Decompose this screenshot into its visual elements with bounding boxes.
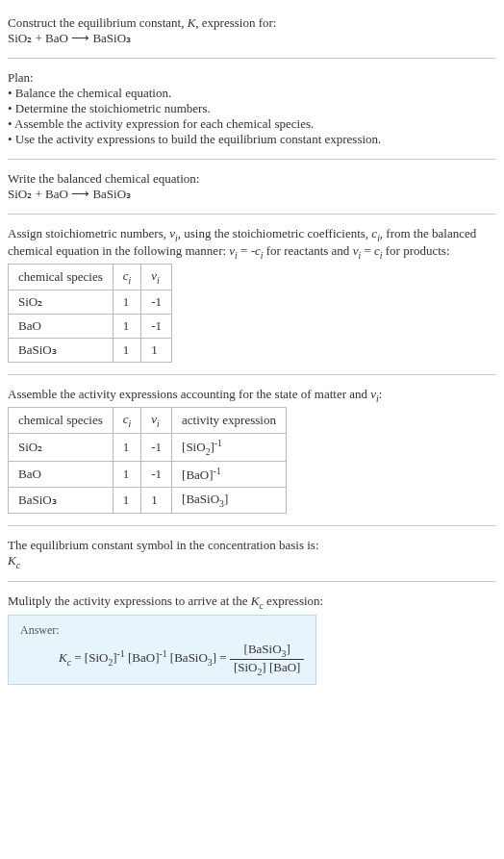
divider [8,58,496,59]
assign-section: Assign stoichiometric numbers, νi, using… [8,218,496,370]
plan-item: • Determine the stoichiometric numbers. [8,101,496,116]
col-c: ci [113,408,141,434]
cell-species: BaO [9,314,113,338]
cell-c: 1 [113,433,141,461]
table-header-row: chemical species ci νi [9,265,172,291]
intro-section: Construct the equilibrium constant, K, e… [8,8,496,54]
plan-item: • Use the activity expressions to build … [8,132,496,147]
col-species: chemical species [9,408,113,434]
col-species: chemical species [9,265,113,291]
divider [8,214,496,215]
cell-expr: [BaO]-1 [172,461,287,487]
divider [8,159,496,160]
cell-c: 1 [113,290,141,314]
col-v: νi [141,408,172,434]
assign-text: Assign stoichiometric numbers, νi, using… [8,226,496,260]
cell-v: -1 [141,433,172,461]
answer-box: Answer: Kc = [SiO2]-1 [BaO]-1 [BaSiO3] =… [8,615,316,685]
multiply-text: Mulitply the activity expressions to arr… [8,594,496,611]
divider [8,374,496,375]
cell-c: 1 [113,314,141,338]
cell-c: 1 [113,338,141,362]
table-header-row: chemical species ci νi activity expressi… [9,408,287,434]
table-row: SiO₂ 1 -1 [9,290,172,314]
plan-section: Plan: • Balance the chemical equation. •… [8,63,496,155]
cell-c: 1 [113,461,141,487]
activity-section: Assemble the activity expressions accoun… [8,379,496,521]
balanced-equation: SiO₂ + BaO ⟶ BaSiO₃ [8,187,496,202]
cell-species: BaO [9,461,113,487]
symbol-line1: The equilibrium constant symbol in the c… [8,538,496,553]
cell-expr: [SiO2]-1 [172,433,287,461]
divider [8,581,496,582]
cell-v: -1 [141,461,172,487]
cell-v: -1 [141,314,172,338]
cell-species: SiO₂ [9,290,113,314]
cell-v: 1 [141,338,172,362]
plan-item: • Balance the chemical equation. [8,86,496,101]
col-expr: activity expression [172,408,287,434]
balanced-section: Write the balanced chemical equation: Si… [8,164,496,210]
table-row: BaSiO₃ 1 1 [9,338,172,362]
table-row: BaO 1 -1 [BaO]-1 [9,461,287,487]
symbol-section: The equilibrium constant symbol in the c… [8,530,496,578]
intro-equation: SiO₂ + BaO ⟶ BaSiO₃ [8,31,496,46]
fraction-numerator: [BaSiO3] [230,642,305,660]
assign-table: chemical species ci νi SiO₂ 1 -1 BaO 1 -… [8,264,172,363]
cell-species: BaSiO₃ [9,338,113,362]
balanced-line: Write the balanced chemical equation: [8,171,496,187]
table-row: SiO₂ 1 -1 [SiO2]-1 [9,433,287,461]
cell-c: 1 [113,488,141,514]
symbol-kc: Kc [8,553,496,570]
fraction-denominator: [SiO2] [BaO] [230,660,305,677]
table-row: BaO 1 -1 [9,314,172,338]
activity-table: chemical species ci νi activity expressi… [8,407,287,513]
col-c: ci [113,265,141,291]
cell-expr: [BaSiO3] [172,488,287,514]
cell-species: BaSiO₃ [9,488,113,514]
col-v: νi [141,265,172,291]
answer-fraction: [BaSiO3] [SiO2] [BaO] [230,642,305,676]
cell-v: 1 [141,488,172,514]
intro-line: Construct the equilibrium constant, K, e… [8,15,496,31]
divider [8,525,496,526]
table-row: BaSiO₃ 1 1 [BaSiO3] [9,488,287,514]
multiply-section: Mulitply the activity expressions to arr… [8,586,496,693]
activity-text: Assemble the activity expressions accoun… [8,387,496,404]
answer-equation: Kc = [SiO2]-1 [BaO]-1 [BaSiO3] = [BaSiO3… [20,642,304,676]
plan-heading: Plan: [8,70,496,86]
plan-item: • Assemble the activity expression for e… [8,116,496,132]
cell-species: SiO₂ [9,433,113,461]
cell-v: -1 [141,290,172,314]
answer-label: Answer: [20,623,304,638]
